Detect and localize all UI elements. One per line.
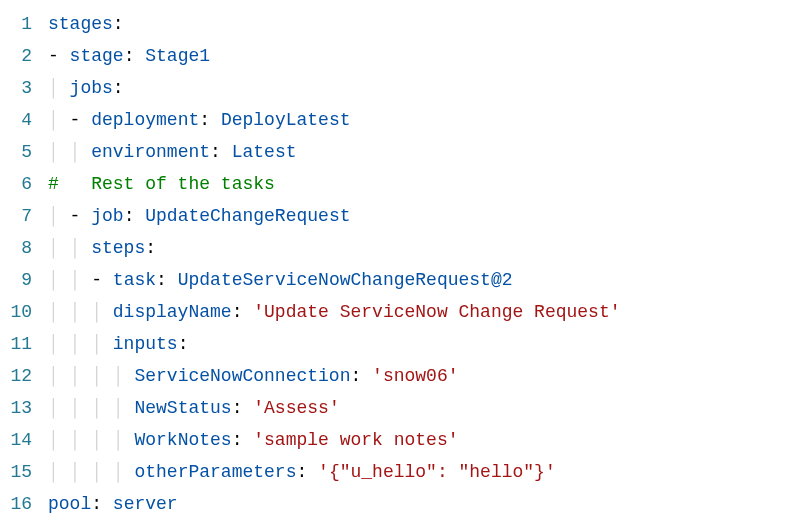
punctuation: :	[350, 366, 361, 386]
line-number: 7	[0, 200, 32, 232]
yaml-dash: -	[91, 270, 113, 290]
yaml-string: 'sample work notes'	[253, 430, 458, 450]
space	[134, 206, 145, 226]
line-number: 4	[0, 104, 32, 136]
code-line: stages:	[48, 8, 786, 40]
yaml-string: 'Update ServiceNow Change Request'	[253, 302, 620, 322]
punctuation: :	[178, 334, 189, 354]
space	[242, 398, 253, 418]
space	[361, 366, 372, 386]
punctuation: :	[145, 238, 156, 258]
punctuation: :	[296, 462, 307, 482]
space	[102, 494, 113, 514]
yaml-key: otherParameters	[134, 462, 296, 482]
line-number: 15	[0, 456, 32, 488]
yaml-key: stage	[70, 46, 124, 66]
yaml-key: ServiceNowConnection	[134, 366, 350, 386]
line-number: 5	[0, 136, 32, 168]
yaml-comment: # Rest of the tasks	[48, 174, 275, 194]
line-number: 9	[0, 264, 32, 296]
code-line: │ - deployment: DeployLatest	[48, 104, 786, 136]
punctuation: :	[124, 46, 135, 66]
code-line: │ │ │ │ WorkNotes: 'sample work notes'	[48, 424, 786, 456]
code-line: │ - job: UpdateChangeRequest	[48, 200, 786, 232]
yaml-key: stages	[48, 14, 113, 34]
yaml-key: environment	[91, 142, 210, 162]
punctuation: :	[113, 14, 124, 34]
yaml-key: displayName	[113, 302, 232, 322]
code-line: pool: server	[48, 488, 786, 520]
line-number: 3	[0, 72, 32, 104]
yaml-dash: -	[70, 206, 92, 226]
yaml-dash: -	[70, 110, 92, 130]
line-number: 16	[0, 488, 32, 520]
punctuation: :	[91, 494, 102, 514]
yaml-key: inputs	[113, 334, 178, 354]
yaml-value: UpdateServiceNowChangeRequest@2	[178, 270, 513, 290]
yaml-key: job	[91, 206, 123, 226]
code-content: stages: - stage: Stage1 │ jobs: │ - depl…	[48, 8, 786, 520]
punctuation: :	[210, 142, 221, 162]
line-number: 6	[0, 168, 32, 200]
line-number: 11	[0, 328, 32, 360]
punctuation: :	[113, 78, 124, 98]
punctuation: :	[232, 398, 243, 418]
code-line: │ │ │ displayName: 'Update ServiceNow Ch…	[48, 296, 786, 328]
line-number: 8	[0, 232, 32, 264]
code-line: │ │ │ │ otherParameters: '{"u_hello": "h…	[48, 456, 786, 488]
punctuation: :	[232, 302, 243, 322]
line-number: 14	[0, 424, 32, 456]
yaml-key: task	[113, 270, 156, 290]
code-line: │ │ - task: UpdateServiceNowChangeReques…	[48, 264, 786, 296]
punctuation: :	[199, 110, 210, 130]
line-number-gutter: 1 2 3 4 5 6 7 8 9 10 11 12 13 14 15 16	[0, 8, 48, 520]
punctuation: :	[232, 430, 243, 450]
yaml-value: Stage1	[145, 46, 210, 66]
code-line: │ │ environment: Latest	[48, 136, 786, 168]
line-number: 2	[0, 40, 32, 72]
space	[210, 110, 221, 130]
yaml-string: '{"u_hello": "hello"}'	[318, 462, 556, 482]
yaml-value: server	[113, 494, 178, 514]
yaml-dash: -	[48, 46, 70, 66]
space	[242, 302, 253, 322]
punctuation: :	[156, 270, 167, 290]
line-number: 10	[0, 296, 32, 328]
code-line: │ jobs:	[48, 72, 786, 104]
code-line: │ │ │ inputs:	[48, 328, 786, 360]
space	[242, 430, 253, 450]
yaml-key: deployment	[91, 110, 199, 130]
code-line: │ │ │ │ ServiceNowConnection: 'snow06'	[48, 360, 786, 392]
yaml-value: Latest	[232, 142, 297, 162]
yaml-key: NewStatus	[134, 398, 231, 418]
yaml-key: pool	[48, 494, 91, 514]
yaml-string: 'Assess'	[253, 398, 339, 418]
yaml-value: DeployLatest	[221, 110, 351, 130]
code-line: │ │ steps:	[48, 232, 786, 264]
line-number: 12	[0, 360, 32, 392]
yaml-key: WorkNotes	[134, 430, 231, 450]
yaml-value: UpdateChangeRequest	[145, 206, 350, 226]
punctuation: :	[124, 206, 135, 226]
code-line: │ │ │ │ NewStatus: 'Assess'	[48, 392, 786, 424]
yaml-key: jobs	[70, 78, 113, 98]
code-line: - stage: Stage1	[48, 40, 786, 72]
space	[221, 142, 232, 162]
space	[167, 270, 178, 290]
space	[307, 462, 318, 482]
code-line: # Rest of the tasks	[48, 168, 786, 200]
yaml-string: 'snow06'	[372, 366, 458, 386]
yaml-key: steps	[91, 238, 145, 258]
line-number: 13	[0, 392, 32, 424]
line-number: 1	[0, 8, 32, 40]
space	[134, 46, 145, 66]
code-editor: 1 2 3 4 5 6 7 8 9 10 11 12 13 14 15 16 s…	[0, 8, 786, 520]
